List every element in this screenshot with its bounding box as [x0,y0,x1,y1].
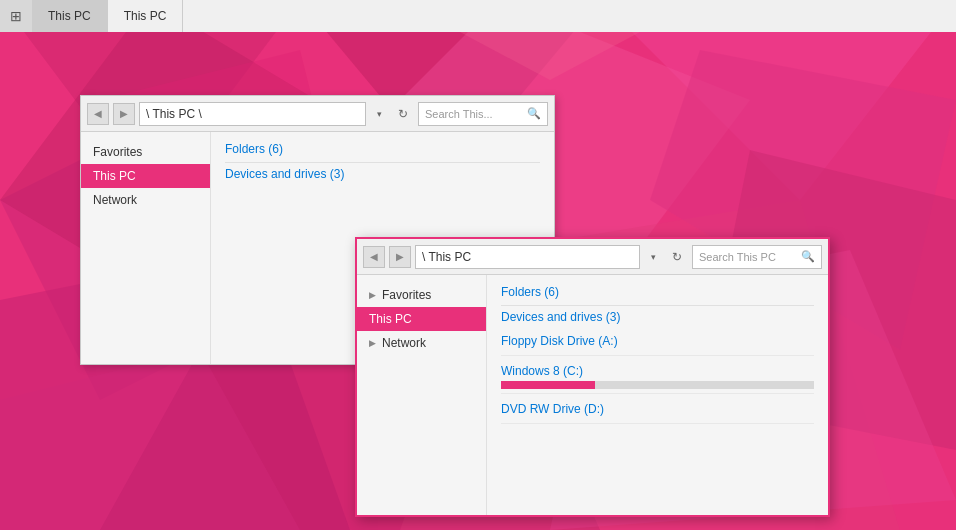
sidebar-item-favorites-back[interactable]: Favorites [81,140,210,164]
address-field-back[interactable]: \ This PC \ [139,102,366,126]
sidebar-label-thispc-back: This PC [93,169,136,183]
sidebar-label-favorites-back: Favorites [93,145,142,159]
devices-header-front: Devices and drives (3) [501,310,814,324]
search-icon-back[interactable]: 🔍 [527,107,541,120]
devices-header-back: Devices and drives (3) [225,167,540,181]
drive-item-floppy[interactable]: Floppy Disk Drive (A:) [501,330,814,356]
address-bar-front: ◀ ▶ \ This PC ▾ ↻ Search This PC 🔍 [357,239,828,275]
sidebar-item-favorites-front[interactable]: ▶ Favorites [357,283,486,307]
sidebar-front: ▶ Favorites This PC ▶ Network [357,275,487,515]
address-bar-back: ◀ ▶ \ This PC \ ▾ ↻ Search This... 🔍 [81,96,554,132]
dropdown-btn-back[interactable]: ▾ [370,102,388,126]
taskbar: ⊞ This PC This PC [0,0,956,32]
sidebar-item-network-front[interactable]: ▶ Network [357,331,486,355]
back-button-back[interactable]: ◀ [87,103,109,125]
window-front: ◀ ▶ \ This PC ▾ ↻ Search This PC 🔍 ▶ Fav… [355,237,830,517]
search-field-back[interactable]: Search This... 🔍 [418,102,548,126]
drive-name-c: Windows 8 (C:) [501,364,814,378]
main-content-front: Folders (6) Devices and drives (3) Flopp… [487,275,828,515]
folders-header-front: Folders (6) [501,285,814,299]
refresh-btn-front[interactable]: ↻ [666,246,688,268]
drive-item-d[interactable]: DVD RW Drive (D:) [501,398,814,424]
back-button-front[interactable]: ◀ [363,246,385,268]
divider-back [225,162,540,163]
drive-name-floppy: Floppy Disk Drive (A:) [501,334,814,348]
start-button[interactable]: ⊞ [0,0,32,32]
divider1-front [501,305,814,306]
sidebar-item-thispc-back[interactable]: This PC [81,164,210,188]
drive-bar-fill-c [501,381,595,389]
forward-button-front[interactable]: ▶ [389,246,411,268]
taskbar-tab-2[interactable]: This PC [108,0,184,32]
taskbar-tab-2-label: This PC [124,9,167,23]
sidebar-label-thispc-front: This PC [369,312,412,326]
search-icon-front[interactable]: 🔍 [801,250,815,263]
address-text-back: \ This PC \ [146,107,202,121]
windows-icon: ⊞ [10,8,22,24]
taskbar-tab-1[interactable]: This PC [32,0,108,32]
network-arrow-icon: ▶ [369,338,376,348]
sidebar-item-thispc-front[interactable]: This PC [357,307,486,331]
forward-button-back[interactable]: ▶ [113,103,135,125]
sidebar-label-network-front: Network [382,336,426,350]
address-field-front[interactable]: \ This PC [415,245,640,269]
sidebar-label-network-back: Network [93,193,137,207]
drive-item-c[interactable]: Windows 8 (C:) [501,360,814,394]
search-placeholder-back: Search This... [425,108,523,120]
window-body-front: ▶ Favorites This PC ▶ Network Folders (6… [357,275,828,515]
sidebar-label-favorites-front: Favorites [382,288,431,302]
search-field-front[interactable]: Search This PC 🔍 [692,245,822,269]
favorites-arrow-icon: ▶ [369,290,376,300]
refresh-btn-back[interactable]: ↻ [392,103,414,125]
taskbar-tab-1-label: This PC [48,9,91,23]
search-placeholder-front: Search This PC [699,251,797,263]
sidebar-back: Favorites This PC Network [81,132,211,364]
folders-header-back: Folders (6) [225,142,540,156]
sidebar-item-network-back[interactable]: Network [81,188,210,212]
drive-name-d: DVD RW Drive (D:) [501,402,814,416]
dropdown-btn-front[interactable]: ▾ [644,245,662,269]
drive-bar-c [501,381,814,389]
address-text-front: \ This PC [422,250,471,264]
